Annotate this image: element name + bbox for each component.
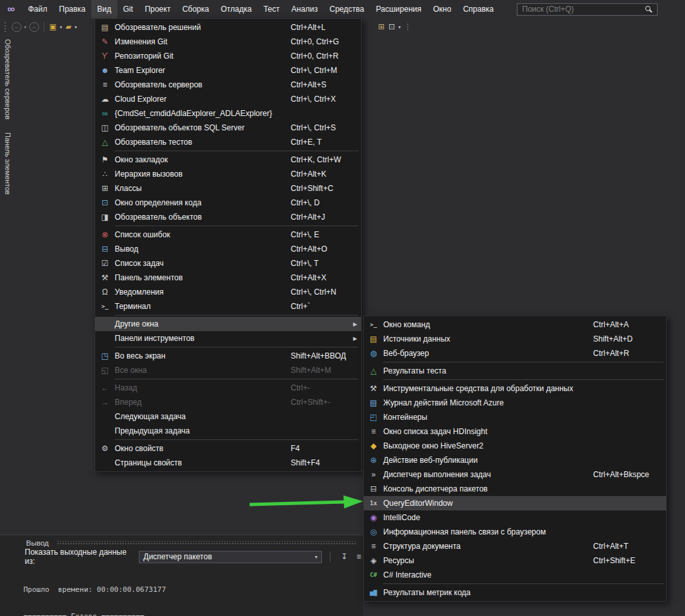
submenu-item-task-runner-explorer[interactable]: »Диспетчер выполнения задачCtrl+Alt+Bksp… [364,467,666,482]
output-content[interactable]: Прошло времени: 00:00:00.0673177 =======… [0,565,363,616]
tab-server-explorer[interactable]: Обозреватель серверов [4,38,12,121]
new-project-icon[interactable]: ▣ [48,18,59,36]
menu-item-git-changes[interactable]: ✎Изменения GitCtrl+0, Ctrl+G [95,35,361,49]
menu-item-properties-window[interactable]: ⚙Окно свойствF4 [95,441,361,456]
menu-item-notifications[interactable]: ΩУведомленияCtrl+\, Ctrl+N [95,285,361,299]
menu-item-sql-server-object-explorer[interactable]: ◫Обозреватель объектов SQL ServerCtrl+\,… [95,121,361,135]
menu-item-code-definition-window[interactable]: ⊡Окно определения кодаCtrl+\, D [95,196,361,210]
menu-item-label: Назад [115,383,137,392]
menu-item-label: Окно определения кода [115,198,201,207]
submenu-item-code-metrics-results[interactable]: ▅▇Результаты метрик кода [364,585,666,600]
menu-item-shortcut: Ctrl+Shift+- [291,398,357,407]
submenu-item-hiveserver2-output[interactable]: ◆Выходное окно HiveServer2 [364,439,666,453]
submenu-item-command-window[interactable]: >_Окно командCtrl+Alt+A [364,317,666,332]
menu-item-label: Страницы свойств [115,458,182,467]
tab-toolbox[interactable]: Панель элементов [4,131,12,196]
menu-item-solution-explorer[interactable]: ▤Обозреватель решенийCtrl+Alt+L [95,20,361,35]
menu-separator [383,379,663,380]
properties-window-icon: ⚙ [95,441,115,456]
menu-window[interactable]: Окно [427,0,457,18]
submenu-item-web-browser[interactable]: ◍Веб-браузерCtrl+Alt+R [364,346,666,360]
submenu-item-query-editor-window[interactable]: 1xQueryEditorWindow [364,496,666,510]
menu-item-property-pages[interactable]: Страницы свойствShift+F4 [95,456,361,470]
submenu-item-intellicode[interactable]: ◉IntelliCode [364,510,666,525]
menu-view[interactable]: Вид [91,0,117,18]
web-publish-icon: ⊕ [364,453,383,467]
submenu-item-browser-link-dashboard[interactable]: ◎Информационная панель связи с браузером [364,525,666,539]
navigate-back-icon[interactable]: ← [12,22,22,32]
menu-item-server-explorer[interactable]: ≡Обозреватель серверовCtrl+Alt+S [95,78,361,92]
search-icon[interactable] [645,6,650,11]
menu-test[interactable]: Тест [257,0,285,18]
navigate-back-dropdown-icon[interactable]: ▾ [23,18,28,36]
clear-all-icon[interactable]: ↧ [339,550,349,564]
screenshot-icon[interactable]: ⊡ [386,18,397,36]
csharp-interactive-icon: C# [364,568,383,582]
search-input[interactable] [517,3,658,16]
toolbar-dropdown-icon[interactable]: ▾ [397,18,402,36]
menu-item-bookmark-window[interactable]: ⚑Окно закладокCtrl+K, Ctrl+W [95,153,361,167]
menu-item-toolbox[interactable]: ⚒Панель элементовCtrl+Alt+X [95,271,361,285]
menu-item-label: Во весь экран [115,351,166,360]
menu-item-object-browser[interactable]: ◨Обозреватель объектовCtrl+Alt+J [95,210,361,224]
menu-git[interactable]: Git [117,0,139,18]
menu-item-git-repository[interactable]: ϒРепозиторий GitCtrl+0, Ctrl+R [95,49,361,63]
submenu-item-data-sources[interactable]: ▤Источники данныхShift+Alt+D [364,332,666,346]
menu-item-terminal[interactable]: >_ТерминалCtrl+` [95,299,361,314]
submenu-item-hdinsight-task-list[interactable]: ≡Окно списка задач HDInsight [364,424,666,439]
menu-item-output[interactable]: ⊟ВыводCtrl+Alt+O [95,242,361,256]
menu-item-label: Другие окна [115,319,158,329]
menu-build[interactable]: Сборка [177,0,215,18]
submenu-item-resources[interactable]: ◈РесурсыCtrl+Shift+E [364,553,666,568]
forward-icon: → [95,395,115,409]
package-icon[interactable]: ⊞ [376,18,386,36]
submenu-item-document-outline[interactable]: ≡Структура документаCtrl+Alt+T [364,539,666,553]
menu-separator [115,379,358,379]
menu-file[interactable]: Файл [22,0,53,18]
menu-item-test-explorer[interactable]: △Обозреватель тестовCtrl+E, T [95,135,361,149]
menu-item-label: Предыдущая задача [115,426,190,435]
menu-tools[interactable]: Средства [324,0,370,18]
output-source-select[interactable]: Диспетчер пакетов ▾ [139,551,322,563]
data-processing-tools-icon: ⚒ [364,381,383,396]
menu-analyze[interactable]: Анализ [285,0,324,18]
menu-item-adla-explorer[interactable]: ∞{CmdSet_cmdidAdlaExplorer_ADLAExplorer} [95,106,361,121]
submenu-item-containers[interactable]: ◰Контейнеры [364,410,666,424]
menu-item-cloud-explorer[interactable]: ☁Cloud ExplorerCtrl+\, Ctrl+X [95,92,361,106]
menu-extensions[interactable]: Расширения [370,0,428,18]
menu-item-shortcut: Ctrl+\, Ctrl+N [291,287,357,297]
menu-item-task-list[interactable]: ☑Список задачCtrl+\, T [95,256,361,271]
menu-help[interactable]: Справка [457,0,499,18]
new-project-dropdown-icon[interactable]: ▾ [59,18,64,36]
submenu-item-test-results[interactable]: △Результаты теста [364,364,666,378]
combo-dropdown-icon[interactable]: ▾ [315,554,317,560]
menu-item-class-view[interactable]: ⊞КлассыCtrl+Shift+C [95,181,361,196]
submenu-item-csharp-interactive[interactable]: C#C# Interactive [364,568,666,582]
toolbar-overflow-icon[interactable]: ⋮ [402,18,414,36]
open-folder-icon[interactable]: ▰ [63,18,73,36]
menu-item-previous-task[interactable]: Предыдущая задача [95,424,361,438]
output-panel-header[interactable]: Вывод [0,535,363,549]
menu-item-error-list[interactable]: ⊗Список ошибокCtrl+\, E [95,227,361,242]
submenu-item-data-processing-tools[interactable]: ⚒Инструментальные средства для обработки… [364,381,666,396]
word-wrap-icon[interactable]: ≡ [355,550,363,564]
menu-item-navigate-forward: →ВпередCtrl+Shift+- [95,395,361,409]
adla-explorer-icon: ∞ [95,106,115,121]
toolbar-grip[interactable] [5,22,7,32]
open-folder-dropdown-icon[interactable]: ▾ [74,18,79,36]
menu-debug[interactable]: Отладка [215,0,257,18]
menu-separator [115,347,358,347]
submenu-item-web-publish-activity[interactable]: ⊕Действие веб-публикации [364,453,666,467]
menu-edit[interactable]: Правка [53,0,92,18]
menu-item-other-windows[interactable]: Другие окна▶ [95,317,361,331]
menu-project[interactable]: Проект [139,0,177,18]
submenu-item-azure-activity-log[interactable]: ▤Журнал действий Microsoft Azure [364,396,666,410]
menu-item-full-screen[interactable]: ◳Во весь экранShift+Alt+ВВОД [95,349,361,363]
menu-item-toolbars[interactable]: Панели инструментов▶ [95,331,361,345]
navigate-forward-icon[interactable]: → [29,22,39,32]
panel-drag-handle[interactable] [57,541,357,545]
menu-item-call-hierarchy[interactable]: ∴Иерархия вызововCtrl+Alt+K [95,167,361,181]
submenu-item-package-manager-console[interactable]: ⊟Консоль диспетчера пакетов [364,482,666,496]
menu-item-team-explorer[interactable]: ☻Team ExplorerCtrl+\, Ctrl+M [95,63,361,78]
menu-item-next-task[interactable]: Следующая задача [95,409,361,424]
